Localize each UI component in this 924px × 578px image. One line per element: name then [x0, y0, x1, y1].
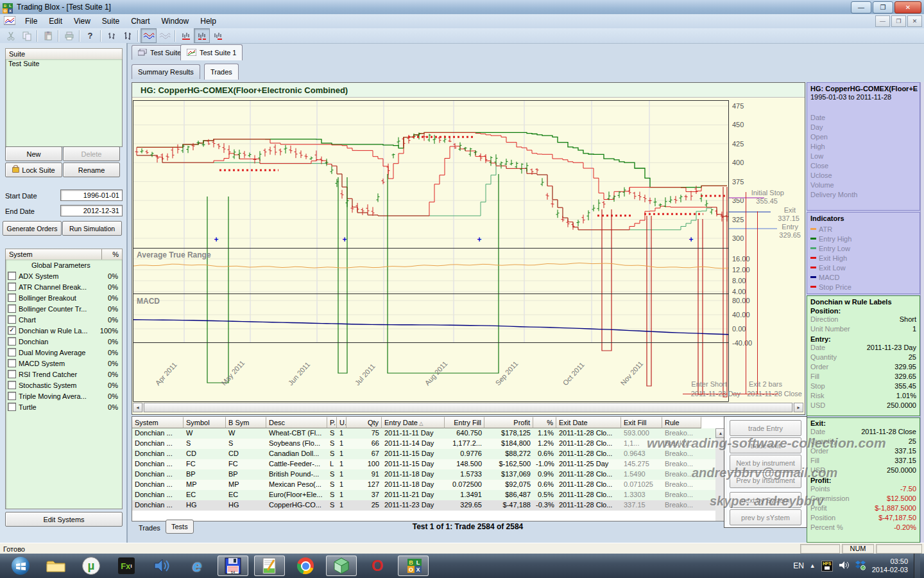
system-checkbox[interactable]: [8, 348, 16, 356]
notepad-app-icon[interactable]: [254, 556, 285, 576]
column-header-symbol[interactable]: Symbol: [184, 417, 226, 428]
nav-button-trade-exit[interactable]: trade eXit: [730, 437, 801, 453]
restore-button[interactable]: ❐: [873, 1, 893, 13]
scroll-right-arrow[interactable]: ▸: [794, 403, 803, 412]
column-header-entryfill[interactable]: Entry Fill: [445, 417, 484, 428]
system-list-item[interactable]: Bollinger Breakout0%: [6, 292, 122, 303]
table-row[interactable]: Donchian ...BPBPBritish Pound-...S191201…: [132, 469, 726, 480]
redbar-2-icon[interactable]: [194, 28, 210, 43]
tab-test-suite[interactable]: Test Suite: [132, 45, 187, 60]
table-row[interactable]: Donchian ...ECECEuro(Floor+Ele...S137201…: [132, 490, 726, 500]
column-header-bsym[interactable]: B Sym: [226, 417, 266, 428]
trading-blox-icon[interactable]: BLOX: [398, 556, 429, 576]
nav-button-next-by-system[interactable]: next by System: [730, 492, 801, 508]
redbar-1-icon[interactable]: [178, 28, 194, 43]
close-button[interactable]: ✕: [894, 1, 921, 13]
system-list-item[interactable]: Dual Moving Average0%: [6, 347, 122, 358]
waves-color-icon[interactable]: [141, 28, 157, 43]
mdi-restore-button[interactable]: ❐: [891, 15, 906, 27]
system-checkbox[interactable]: [8, 272, 16, 280]
system-checkbox[interactable]: [8, 315, 16, 324]
column-header-p[interactable]: P.: [327, 417, 337, 428]
utorrent-icon[interactable]: µ: [76, 556, 106, 575]
system-list-item[interactable]: ADX System0%: [6, 270, 122, 281]
system-checkbox[interactable]: [8, 293, 16, 302]
nav-button-next-by-instrument[interactable]: Next by instrument: [730, 455, 801, 471]
info-panel-scrollbar[interactable]: [920, 82, 924, 543]
chrome-icon[interactable]: [291, 556, 320, 575]
system-list-item[interactable]: ATR Channel Break...0%: [6, 281, 122, 292]
column-header-desc[interactable]: Desc: [266, 417, 327, 428]
system-checkbox[interactable]: [8, 370, 16, 378]
menu-item-view[interactable]: View: [68, 15, 96, 28]
column-header-profit[interactable]: Profit: [484, 417, 533, 428]
system-list-item[interactable]: ✓Donchian w Rule La...100%: [6, 325, 122, 336]
system-list-item[interactable]: RSI Trend Catcher0%: [6, 369, 122, 380]
column-header-entrydate[interactable]: Entry Date △: [382, 417, 445, 428]
hfs-tray-icon[interactable]: HFS: [821, 561, 833, 572]
volume-tray-icon[interactable]: [839, 561, 849, 571]
opera-icon[interactable]: O: [363, 556, 392, 575]
menu-item-window[interactable]: Window: [156, 15, 195, 28]
suite-list[interactable]: Test Suite: [5, 59, 123, 147]
column-header-u[interactable]: U.: [337, 417, 346, 428]
internet-explorer-icon[interactable]: e: [182, 556, 212, 575]
volume-app-icon[interactable]: [147, 556, 176, 575]
start-button[interactable]: [6, 556, 35, 575]
copy-icon[interactable]: [19, 28, 35, 43]
table-row[interactable]: Donchian ...FCFCCattle-Feeder-...L110020…: [132, 459, 726, 469]
run-simulation-button[interactable]: Run Simulation: [62, 221, 122, 236]
show-desktop-button[interactable]: [914, 554, 920, 578]
generate-orders-button[interactable]: Generate Orders: [3, 221, 62, 236]
waves-gray-icon[interactable]: [157, 28, 173, 43]
tab-summary-results[interactable]: Summary Results: [132, 64, 200, 79]
column-header-exitdate[interactable]: Exit Date: [556, 417, 621, 428]
minimize-button[interactable]: —: [851, 1, 871, 13]
tab-trades[interactable]: Trades: [204, 64, 239, 80]
system-list-item[interactable]: Turtle0%: [6, 401, 122, 412]
menu-item-suite[interactable]: Suite: [96, 15, 125, 28]
system-checkbox[interactable]: [8, 337, 16, 346]
system-column-header[interactable]: System: [5, 249, 102, 260]
price-chart[interactable]: ++++Apr 2011May 2011Jun 2011Jul 2011Aug …: [133, 100, 729, 402]
chart-horizontal-scrollbar[interactable]: ◂ ▸: [133, 403, 803, 412]
table-row[interactable]: Donchian ...MPMPMexican Peso(...S1127201…: [132, 480, 726, 490]
system-list-item[interactable]: Triple Moving Avera...0%: [6, 390, 122, 401]
menu-item-chart[interactable]: Chart: [125, 15, 155, 28]
explorer-icon[interactable]: [41, 556, 71, 575]
system-checkbox[interactable]: [8, 359, 16, 367]
paste-icon[interactable]: [40, 28, 56, 43]
bars-small-icon[interactable]: [103, 28, 119, 43]
bars-large-icon[interactable]: [119, 28, 135, 43]
system-checkbox[interactable]: ✓: [8, 326, 16, 335]
edit-systems-button[interactable]: Edit Systems: [5, 512, 123, 527]
system-checkbox[interactable]: [8, 304, 16, 313]
table-row[interactable]: Donchian ...CDCDCanadian Doll...S1672011…: [132, 449, 726, 459]
system-checkbox[interactable]: [8, 403, 16, 411]
print-icon[interactable]: [61, 28, 77, 43]
taskbar-clock[interactable]: 03:50 2014-02-03: [872, 557, 908, 574]
menu-item-file[interactable]: File: [19, 15, 43, 28]
column-header-system[interactable]: System: [132, 417, 184, 428]
floppy-app-icon[interactable]: 64: [218, 556, 248, 576]
start-date-field[interactable]: 1996-01-01: [60, 189, 123, 201]
suite-list-item[interactable]: Test Suite: [6, 59, 122, 68]
menu-item-edit[interactable]: Edit: [43, 15, 68, 28]
system-checkbox[interactable]: [8, 392, 16, 400]
delete-button[interactable]: Delete: [63, 146, 120, 161]
system-checkbox[interactable]: [8, 283, 16, 291]
cut-icon[interactable]: [3, 28, 19, 43]
nav-button-trade-entry[interactable]: trade Entry: [730, 420, 801, 436]
percent-column-header[interactable]: %: [101, 249, 123, 260]
cube-app-icon[interactable]: [326, 556, 357, 576]
end-date-field[interactable]: 2012-12-31: [60, 205, 123, 216]
rename-button[interactable]: Rename: [63, 162, 120, 177]
scroll-left-arrow[interactable]: ◂: [133, 403, 142, 412]
column-header-qty[interactable]: Qty: [346, 417, 382, 428]
column-header-rule[interactable]: Rule: [662, 417, 701, 428]
system-checkbox[interactable]: [8, 381, 16, 389]
mdi-close-button[interactable]: ✕: [907, 15, 922, 27]
system-list-item[interactable]: Chart0%: [6, 314, 122, 325]
menu-item-help[interactable]: Help: [194, 15, 222, 28]
tab-test-suite-1[interactable]: Test Suite 1: [180, 44, 243, 60]
